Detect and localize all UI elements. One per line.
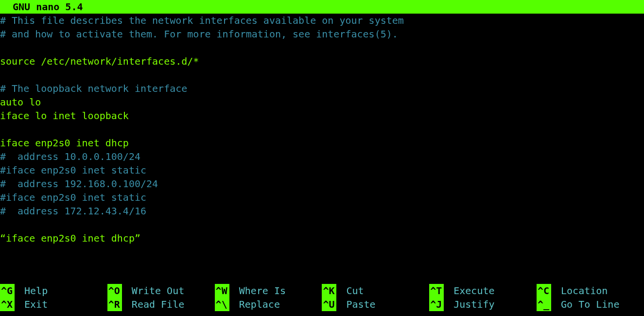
- shortcut-paste[interactable]: ^U Paste: [322, 298, 429, 311]
- shortcut-key: ^C: [537, 284, 551, 298]
- shortcut-help[interactable]: ^G Help: [0, 284, 107, 298]
- editor-line-16[interactable]: “iface enp2s0 inet dhcp”: [0, 231, 644, 245]
- shortcut-key: ^R: [107, 298, 122, 311]
- shortcut-desc: Replace: [229, 298, 280, 311]
- shortcut-read-file[interactable]: ^R Read File: [107, 298, 215, 311]
- shortcut-execute[interactable]: ^T Execute: [429, 284, 537, 298]
- shortcut-desc: Read File: [122, 298, 184, 311]
- shortcut-justify[interactable]: ^J Justify: [429, 298, 537, 311]
- editor-line-15[interactable]: [0, 218, 644, 231]
- shortcut-desc: Where Is: [229, 284, 286, 298]
- shortcut-key: ^T: [429, 284, 444, 298]
- shortcut-key: ^J: [429, 298, 444, 311]
- shortcut-row-1: ^G Help^O Write Out^W Where Is^K Cut^T E…: [0, 284, 644, 298]
- shortcut-key: ^X: [0, 298, 15, 311]
- shortcut-go-to-line[interactable]: ^_ Go To Line: [537, 298, 644, 311]
- shortcut-desc: Paste: [336, 298, 375, 311]
- editor-line-14[interactable]: # address 172.12.43.4/16: [0, 204, 644, 218]
- shortcut-desc: Justify: [444, 298, 494, 311]
- editor-line-12[interactable]: # address 192.168.0.100/24: [0, 177, 644, 191]
- shortcut-desc: Exit: [15, 298, 48, 311]
- shortcut-key: ^G: [0, 284, 15, 298]
- shortcut-desc: Execute: [444, 284, 494, 298]
- shortcut-key: ^K: [322, 284, 336, 298]
- shortcut-desc: Location: [551, 284, 608, 298]
- shortcut-key: ^U: [322, 298, 336, 311]
- editor-line-9[interactable]: iface enp2s0 inet dhcp: [0, 136, 644, 150]
- shortcut-row-2: ^X Exit^R Read File^\ Replace^U Paste^J …: [0, 298, 644, 311]
- shortcut-where-is[interactable]: ^W Where Is: [215, 284, 322, 298]
- editor-line-5[interactable]: # The loopback network interface: [0, 82, 644, 95]
- shortcut-desc: Write Out: [122, 284, 184, 298]
- shortcut-replace[interactable]: ^\ Replace: [215, 298, 322, 311]
- shortcut-key: ^_: [537, 298, 551, 311]
- nano-terminal: GNU nano 5.4 /etc/network/interfaces # T…: [0, 0, 644, 316]
- nano-titlebar: GNU nano 5.4 /etc/network/interfaces: [0, 0, 644, 14]
- shortcut-desc: Cut: [336, 284, 364, 298]
- shortcut-write-out[interactable]: ^O Write Out: [107, 284, 215, 298]
- editor-line-10[interactable]: # address 10.0.0.100/24: [0, 150, 644, 163]
- nano-app-name: GNU nano 5.4: [0, 0, 83, 14]
- shortcut-key: ^\: [215, 298, 229, 311]
- shortcut-key: ^W: [215, 284, 229, 298]
- shortcut-desc: Go To Line: [551, 298, 619, 311]
- shortcut-exit[interactable]: ^X Exit: [0, 298, 107, 311]
- shortcut-bar: ^G Help^O Write Out^W Where Is^K Cut^T E…: [0, 284, 644, 311]
- shortcut-key: ^O: [107, 284, 122, 298]
- editor-line-11[interactable]: #iface enp2s0 inet static: [0, 163, 644, 177]
- shortcut-location[interactable]: ^C Location: [537, 284, 644, 298]
- nano-filename: /etc/network/interfaces: [0, 41, 644, 54]
- editor-line-6[interactable]: auto lo: [0, 95, 644, 109]
- editor-line-8[interactable]: [0, 123, 644, 136]
- editor-line-13[interactable]: #iface enp2s0 inet static: [0, 191, 644, 204]
- shortcut-desc: Help: [15, 284, 48, 298]
- editor-line-7[interactable]: iface lo inet loopback: [0, 109, 644, 123]
- shortcut-cut[interactable]: ^K Cut: [322, 284, 429, 298]
